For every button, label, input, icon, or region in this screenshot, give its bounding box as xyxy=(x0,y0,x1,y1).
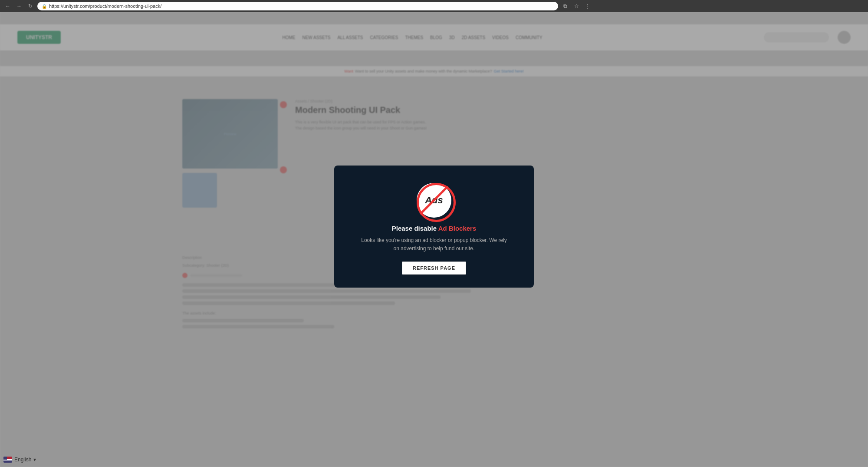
chevron-down-icon: ▾ xyxy=(33,457,36,463)
ads-blocked-icon: Ads xyxy=(417,183,451,218)
heading-highlight: Ad Blockers xyxy=(438,225,477,232)
heading-plain: Please disable xyxy=(392,225,438,232)
back-button[interactable]: ← xyxy=(3,2,12,10)
modal-body-text: Looks like you're using an ad blocker or… xyxy=(360,236,508,253)
refresh-button[interactable]: ↻ xyxy=(26,2,35,10)
menu-icon[interactable]: ☆ xyxy=(572,2,581,10)
tabs-icon[interactable]: ⧉ xyxy=(561,2,569,10)
more-icon[interactable]: ⋮ xyxy=(583,2,592,10)
browser-right-icons: ⧉ ☆ ⋮ xyxy=(561,2,592,10)
footer-language-selector[interactable]: English ▾ xyxy=(3,457,36,463)
address-bar[interactable]: 🔒 https://unitystr.com/product/modern-sh… xyxy=(37,2,558,10)
url-text: https://unitystr.com/product/modern-shoo… xyxy=(49,3,161,9)
us-flag-icon xyxy=(3,457,12,463)
forward-button[interactable]: → xyxy=(15,2,23,10)
ad-blocker-modal: Ads Please disable Ad Blockers Looks lik… xyxy=(334,166,534,288)
browser-chrome: ← → ↻ 🔒 https://unitystr.com/product/mod… xyxy=(0,0,868,12)
modal-overlay: Ads Please disable Ad Blockers Looks lik… xyxy=(0,12,868,467)
language-label: English xyxy=(14,457,31,463)
modal-heading: Please disable Ad Blockers xyxy=(392,225,477,232)
lock-icon: 🔒 xyxy=(42,4,47,9)
refresh-page-button[interactable]: REFRESH PAGE xyxy=(402,262,466,275)
